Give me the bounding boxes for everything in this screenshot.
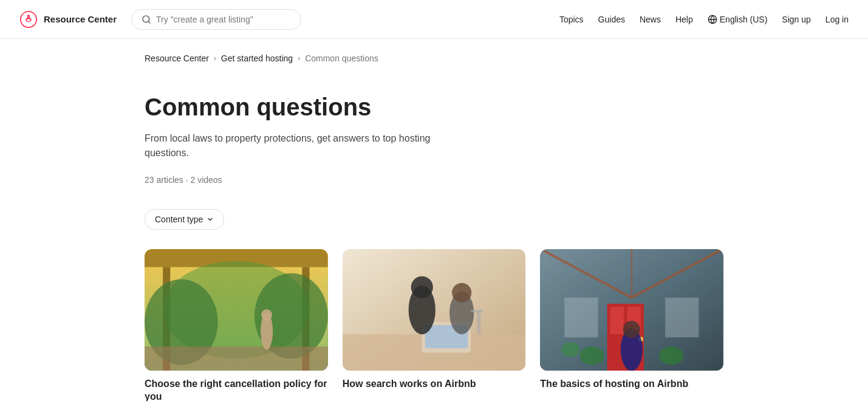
svg-point-21 [452, 283, 471, 303]
globe-icon [708, 15, 717, 24]
svg-rect-22 [477, 310, 480, 334]
breadcrumb-parent[interactable]: Get started hosting [221, 53, 293, 63]
search-input[interactable] [156, 15, 291, 24]
svg-rect-33 [665, 298, 699, 337]
svg-point-19 [411, 276, 432, 298]
svg-point-13 [261, 309, 272, 320]
svg-point-37 [659, 346, 683, 365]
brand-name: Resource Center [44, 14, 117, 24]
airbnb-logo-icon [19, 10, 38, 29]
filter-row: Content type [0, 209, 868, 230]
breadcrumb-sep-1: › [214, 54, 216, 63]
card-1-image [145, 249, 328, 371]
breadcrumb-root[interactable]: Resource Center [145, 53, 209, 63]
language-selector[interactable]: English (US) [708, 15, 768, 24]
card-2[interactable]: How search works on Airbnb [343, 249, 526, 403]
page-title: Common questions [145, 92, 723, 122]
nav-help[interactable]: Help [675, 15, 693, 24]
hero-description: From local laws to property protections,… [145, 131, 436, 160]
content-type-filter[interactable]: Content type [145, 209, 224, 230]
card-1-scene [145, 249, 328, 371]
svg-point-36 [580, 346, 604, 365]
breadcrumb-sep-2: › [298, 54, 300, 63]
svg-line-1 [148, 21, 150, 23]
breadcrumb: Resource Center › Get started hosting › … [0, 39, 868, 63]
card-2-image [343, 249, 526, 371]
card-3-scene [540, 249, 723, 371]
card-1[interactable]: Choose the right cancellation policy for… [145, 249, 328, 403]
svg-rect-11 [145, 346, 328, 371]
chevron-down-icon [207, 216, 214, 223]
card-2-title: How search works on Airbnb [343, 378, 526, 391]
cards-grid: Choose the right cancellation policy for… [145, 249, 723, 403]
svg-point-35 [623, 321, 640, 338]
content-type-label: Content type [155, 214, 203, 224]
main-nav: Topics Guides News Help English (US) Sig… [559, 15, 849, 24]
nav-news[interactable]: News [640, 15, 661, 24]
nav-guides[interactable]: Guides [598, 15, 625, 24]
search-icon [142, 15, 151, 24]
card-1-title: Choose the right cancellation policy for… [145, 378, 328, 403]
svg-point-38 [562, 342, 580, 357]
svg-rect-29 [610, 307, 624, 334]
site-header: Resource Center Topics Guides News Help … [0, 0, 868, 39]
nav-topics[interactable]: Topics [559, 15, 584, 24]
article-count: 23 articles · 2 videos [145, 175, 723, 185]
signup-link[interactable]: Sign up [782, 15, 810, 24]
hero-section: Common questions From local laws to prop… [0, 63, 868, 185]
breadcrumb-current: Common questions [305, 53, 378, 63]
card-3[interactable]: The basics of hosting on Airbnb [540, 249, 723, 403]
language-label: English (US) [720, 15, 768, 24]
svg-rect-23 [471, 310, 483, 312]
card-3-title: The basics of hosting on Airbnb [540, 378, 723, 391]
search-bar[interactable] [131, 9, 301, 30]
card-3-image [540, 249, 723, 371]
card-2-scene [343, 249, 526, 371]
cards-section: Choose the right cancellation policy for… [0, 249, 868, 418]
svg-rect-32 [565, 298, 598, 337]
login-link[interactable]: Log in [825, 15, 849, 24]
logo-link[interactable]: Resource Center [19, 10, 117, 29]
